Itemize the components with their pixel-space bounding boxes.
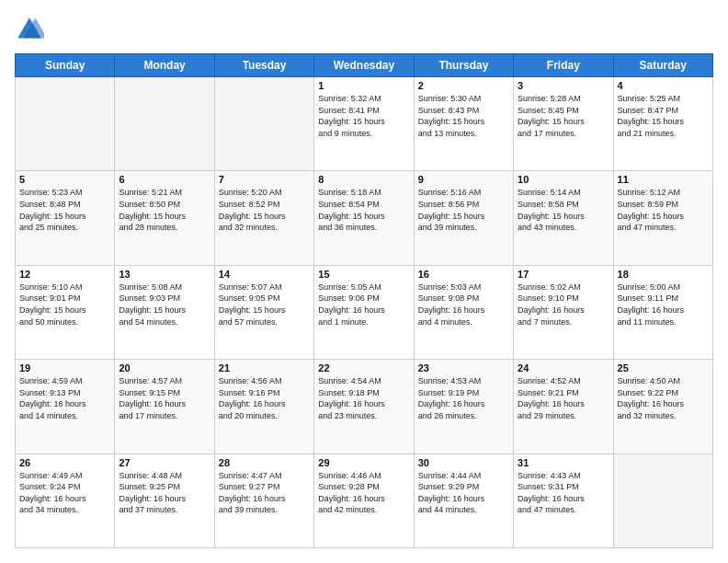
calendar-cell: 23Sunrise: 4:53 AM Sunset: 9:19 PM Dayli… [414,360,513,454]
day-number: 25 [618,362,709,373]
calendar-cell: 22Sunrise: 4:54 AM Sunset: 9:18 PM Dayli… [314,360,414,454]
day-number: 7 [219,174,310,185]
day-number: 28 [219,457,310,468]
day-info: Sunrise: 4:50 AM Sunset: 9:22 PM Dayligh… [618,375,709,421]
day-number: 31 [518,457,609,468]
calendar-cell: 7Sunrise: 5:20 AM Sunset: 8:52 PM Daylig… [214,171,313,265]
day-info: Sunrise: 5:05 AM Sunset: 9:06 PM Dayligh… [318,282,409,327]
calendar-cell: 20Sunrise: 4:57 AM Sunset: 9:15 PM Dayli… [115,360,214,454]
day-info: Sunrise: 4:56 AM Sunset: 9:16 PM Dayligh… [219,375,310,421]
week-row-1: 1Sunrise: 5:32 AM Sunset: 8:41 PM Daylig… [16,77,713,171]
day-number: 16 [418,269,509,280]
calendar-table: SundayMondayTuesdayWednesdayThursdayFrid… [15,53,713,548]
day-number: 1 [318,80,409,91]
calendar-cell: 28Sunrise: 4:47 AM Sunset: 9:27 PM Dayli… [214,454,313,547]
day-info: Sunrise: 5:20 AM Sunset: 8:52 PM Dayligh… [219,187,310,233]
calendar-cell: 31Sunrise: 4:43 AM Sunset: 9:31 PM Dayli… [514,454,613,547]
calendar-cell: 17Sunrise: 5:02 AM Sunset: 9:10 PM Dayli… [514,265,613,359]
day-info: Sunrise: 4:47 AM Sunset: 9:27 PM Dayligh… [219,470,310,516]
calendar-cell: 10Sunrise: 5:14 AM Sunset: 8:58 PM Dayli… [514,171,613,265]
calendar-cell [16,77,115,171]
day-number: 5 [19,174,110,185]
day-info: Sunrise: 4:43 AM Sunset: 9:31 PM Dayligh… [518,470,609,516]
day-info: Sunrise: 5:10 AM Sunset: 9:01 PM Dayligh… [19,282,110,327]
calendar-cell: 26Sunrise: 4:49 AM Sunset: 9:24 PM Dayli… [16,454,115,547]
calendar-cell [214,77,313,171]
day-number: 15 [318,269,409,280]
day-info: Sunrise: 5:03 AM Sunset: 9:08 PM Dayligh… [418,282,509,327]
day-info: Sunrise: 5:25 AM Sunset: 8:47 PM Dayligh… [618,93,709,139]
day-number: 24 [518,362,609,373]
week-row-2: 5Sunrise: 5:23 AM Sunset: 8:48 PM Daylig… [16,171,713,265]
calendar-cell: 14Sunrise: 5:07 AM Sunset: 9:05 PM Dayli… [214,265,313,359]
day-number: 6 [119,174,210,185]
week-row-5: 26Sunrise: 4:49 AM Sunset: 9:24 PM Dayli… [16,454,713,547]
day-number: 14 [219,269,310,280]
day-info: Sunrise: 5:12 AM Sunset: 8:59 PM Dayligh… [618,187,709,233]
day-number: 10 [518,174,609,185]
page: SundayMondayTuesdayWednesdayThursdayFrid… [0,0,728,563]
calendar-cell: 3Sunrise: 5:28 AM Sunset: 8:45 PM Daylig… [514,77,613,171]
day-info: Sunrise: 5:30 AM Sunset: 8:43 PM Dayligh… [418,93,509,139]
day-info: Sunrise: 5:23 AM Sunset: 8:48 PM Dayligh… [19,187,110,233]
day-number: 30 [418,457,509,468]
calendar-cell: 27Sunrise: 4:48 AM Sunset: 9:25 PM Dayli… [115,454,214,547]
day-header-wednesday: Wednesday [314,54,414,77]
logo-icon [15,15,44,44]
day-info: Sunrise: 5:21 AM Sunset: 8:50 PM Dayligh… [119,187,210,233]
calendar-cell: 21Sunrise: 4:56 AM Sunset: 9:16 PM Dayli… [214,360,313,454]
day-info: Sunrise: 4:54 AM Sunset: 9:18 PM Dayligh… [318,375,409,421]
day-number: 26 [19,457,110,468]
day-info: Sunrise: 4:48 AM Sunset: 9:25 PM Dayligh… [119,470,210,516]
day-info: Sunrise: 5:28 AM Sunset: 8:45 PM Dayligh… [518,93,609,139]
day-info: Sunrise: 5:16 AM Sunset: 8:56 PM Dayligh… [418,187,509,233]
day-number: 29 [318,457,409,468]
day-number: 8 [318,174,409,185]
calendar-header-row: SundayMondayTuesdayWednesdayThursdayFrid… [16,54,713,77]
day-number: 4 [618,80,709,91]
calendar-cell: 4Sunrise: 5:25 AM Sunset: 8:47 PM Daylig… [613,77,712,171]
calendar-cell: 24Sunrise: 4:52 AM Sunset: 9:21 PM Dayli… [514,360,613,454]
day-info: Sunrise: 4:52 AM Sunset: 9:21 PM Dayligh… [518,375,609,421]
calendar-cell: 25Sunrise: 4:50 AM Sunset: 9:22 PM Dayli… [613,360,712,454]
calendar-cell: 2Sunrise: 5:30 AM Sunset: 8:43 PM Daylig… [414,77,513,171]
day-info: Sunrise: 5:14 AM Sunset: 8:58 PM Dayligh… [518,187,609,233]
day-header-sunday: Sunday [16,54,115,77]
day-header-saturday: Saturday [613,54,712,77]
calendar-cell: 29Sunrise: 4:46 AM Sunset: 9:28 PM Dayli… [314,454,414,547]
day-info: Sunrise: 5:18 AM Sunset: 8:54 PM Dayligh… [318,187,409,233]
day-number: 19 [19,362,110,373]
calendar-cell: 9Sunrise: 5:16 AM Sunset: 8:56 PM Daylig… [414,171,513,265]
calendar-cell: 5Sunrise: 5:23 AM Sunset: 8:48 PM Daylig… [16,171,115,265]
day-number: 13 [119,269,210,280]
calendar-cell: 18Sunrise: 5:00 AM Sunset: 9:11 PM Dayli… [613,265,712,359]
day-header-monday: Monday [115,54,214,77]
calendar-cell: 8Sunrise: 5:18 AM Sunset: 8:54 PM Daylig… [314,171,414,265]
calendar-cell: 19Sunrise: 4:59 AM Sunset: 9:13 PM Dayli… [16,360,115,454]
day-info: Sunrise: 4:46 AM Sunset: 9:28 PM Dayligh… [318,470,409,516]
day-info: Sunrise: 4:53 AM Sunset: 9:19 PM Dayligh… [418,375,509,421]
day-number: 23 [418,362,509,373]
day-number: 18 [618,269,709,280]
day-info: Sunrise: 4:44 AM Sunset: 9:29 PM Dayligh… [418,470,509,516]
day-info: Sunrise: 4:57 AM Sunset: 9:15 PM Dayligh… [119,375,210,421]
calendar-cell [613,454,712,547]
day-number: 2 [418,80,509,91]
calendar-cell: 30Sunrise: 4:44 AM Sunset: 9:29 PM Dayli… [414,454,513,547]
day-info: Sunrise: 5:32 AM Sunset: 8:41 PM Dayligh… [318,93,409,139]
week-row-3: 12Sunrise: 5:10 AM Sunset: 9:01 PM Dayli… [16,265,713,359]
day-info: Sunrise: 4:49 AM Sunset: 9:24 PM Dayligh… [19,470,110,516]
day-info: Sunrise: 4:59 AM Sunset: 9:13 PM Dayligh… [19,375,110,421]
week-row-4: 19Sunrise: 4:59 AM Sunset: 9:13 PM Dayli… [16,360,713,454]
day-header-tuesday: Tuesday [214,54,313,77]
day-info: Sunrise: 5:08 AM Sunset: 9:03 PM Dayligh… [119,282,210,327]
calendar-cell: 11Sunrise: 5:12 AM Sunset: 8:59 PM Dayli… [613,171,712,265]
logo [15,15,48,44]
day-info: Sunrise: 5:00 AM Sunset: 9:11 PM Dayligh… [618,282,709,327]
day-number: 9 [418,174,509,185]
day-number: 17 [518,269,609,280]
calendar-cell: 6Sunrise: 5:21 AM Sunset: 8:50 PM Daylig… [115,171,214,265]
day-header-thursday: Thursday [414,54,513,77]
calendar-cell: 15Sunrise: 5:05 AM Sunset: 9:06 PM Dayli… [314,265,414,359]
day-number: 3 [518,80,609,91]
